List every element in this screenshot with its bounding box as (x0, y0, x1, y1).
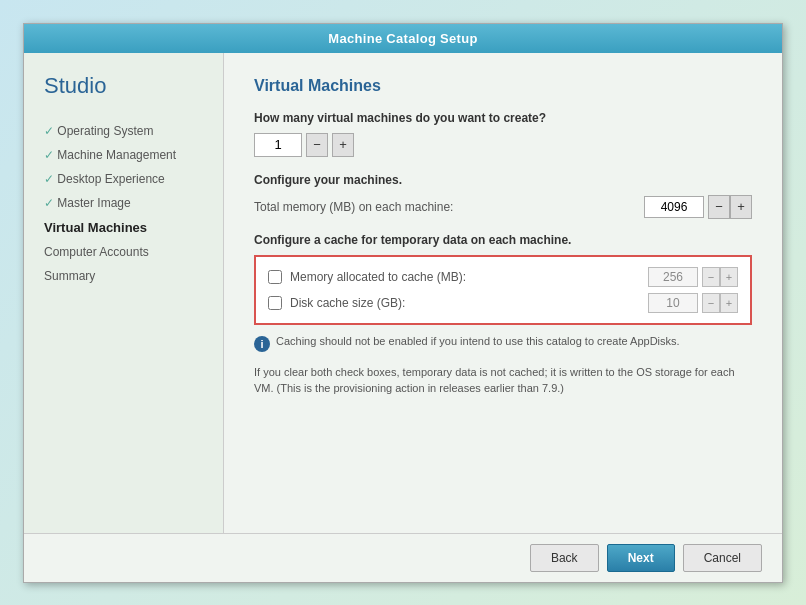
sidebar-item-master-image: Master Image (24, 191, 223, 215)
page-title: Virtual Machines (254, 77, 752, 95)
sidebar-item-label: Operating System (57, 124, 153, 138)
sidebar-item-label: Summary (44, 269, 95, 283)
vm-count-question: How many virtual machines do you want to… (254, 111, 752, 125)
footer: Back Next Cancel (24, 533, 782, 582)
sidebar-item-virtual-machines[interactable]: Virtual Machines (24, 215, 223, 240)
cache-section: Memory allocated to cache (MB): − + Disk… (254, 255, 752, 325)
total-memory-increment[interactable]: + (730, 195, 752, 219)
memory-allocated-input (648, 267, 698, 287)
title-bar-text: Machine Catalog Setup (328, 31, 477, 46)
vm-count-input[interactable] (254, 133, 302, 157)
main-content: Virtual Machines How many virtual machin… (224, 53, 782, 533)
disk-cache-decrement: − (702, 293, 720, 313)
vm-count-row: − + (254, 133, 752, 157)
sidebar-item-label: Machine Management (57, 148, 176, 162)
disk-cache-increment: + (720, 293, 738, 313)
sidebar-item-machine-management: Machine Management (24, 143, 223, 167)
sidebar-nav: Operating System Machine Management Desk… (24, 119, 223, 288)
next-button[interactable]: Next (607, 544, 675, 572)
sidebar-item-summary[interactable]: Summary (24, 264, 223, 288)
vm-count-increment[interactable]: + (332, 133, 354, 157)
sidebar-item-label: Desktop Experience (57, 172, 164, 186)
configure-label: Configure your machines. (254, 173, 752, 187)
disk-cache-input (648, 293, 698, 313)
info-warning-text: Caching should not be enabled if you int… (276, 335, 680, 347)
total-memory-row: Total memory (MB) on each machine: − + (254, 195, 752, 219)
memory-allocated-increment: + (720, 267, 738, 287)
sidebar-item-desktop-experience: Desktop Experience (24, 167, 223, 191)
total-memory-label: Total memory (MB) on each machine: (254, 200, 644, 214)
sidebar: Studio Operating System Machine Manageme… (24, 53, 224, 533)
total-memory-input[interactable] (644, 196, 704, 218)
memory-allocated-checkbox[interactable] (268, 270, 282, 284)
sidebar-item-operating-system: Operating System (24, 119, 223, 143)
memory-allocated-row: Memory allocated to cache (MB): − + (268, 267, 738, 287)
disk-cache-label: Disk cache size (GB): (290, 296, 648, 310)
info-warning-box: i Caching should not be enabled if you i… (254, 335, 752, 352)
memory-allocated-decrement: − (702, 267, 720, 287)
cancel-button[interactable]: Cancel (683, 544, 762, 572)
sidebar-item-label: Master Image (57, 196, 130, 210)
sidebar-title: Studio (24, 73, 223, 119)
content-area: Studio Operating System Machine Manageme… (24, 53, 782, 533)
disk-cache-row: Disk cache size (GB): − + (268, 293, 738, 313)
dialog-window: Machine Catalog Setup Studio Operating S… (23, 23, 783, 583)
title-bar: Machine Catalog Setup (24, 24, 782, 53)
vm-count-decrement[interactable]: − (306, 133, 328, 157)
info-note-text: If you clear both check boxes, temporary… (254, 364, 752, 397)
total-memory-decrement[interactable]: − (708, 195, 730, 219)
back-button[interactable]: Back (530, 544, 599, 572)
sidebar-item-label: Virtual Machines (44, 220, 147, 235)
memory-allocated-label: Memory allocated to cache (MB): (290, 270, 648, 284)
sidebar-item-label: Computer Accounts (44, 245, 149, 259)
cache-section-label: Configure a cache for temporary data on … (254, 233, 752, 247)
sidebar-item-computer-accounts[interactable]: Computer Accounts (24, 240, 223, 264)
info-icon: i (254, 336, 270, 352)
disk-cache-checkbox[interactable] (268, 296, 282, 310)
